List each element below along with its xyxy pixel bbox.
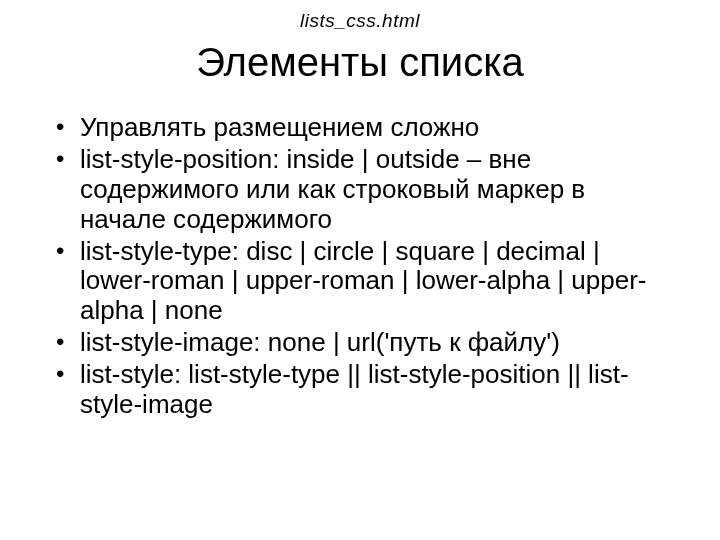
list-item: list-style: list-style-type || list-styl… (52, 360, 672, 420)
list-item: list-style-position: inside | outside – … (52, 145, 672, 235)
list-item: Управлять размещением сложно (52, 113, 672, 143)
slide-container: lists_css.html Элементы списка Управлять… (0, 0, 720, 540)
list-item: list-style-type: disc | circle | square … (52, 237, 672, 327)
filename-label: lists_css.html (48, 10, 672, 32)
slide-title: Элементы списка (48, 40, 672, 85)
list-item: list-style-image: none | url('путь к фай… (52, 328, 672, 358)
bullet-list: Управлять размещением сложно list-style-… (48, 113, 672, 420)
